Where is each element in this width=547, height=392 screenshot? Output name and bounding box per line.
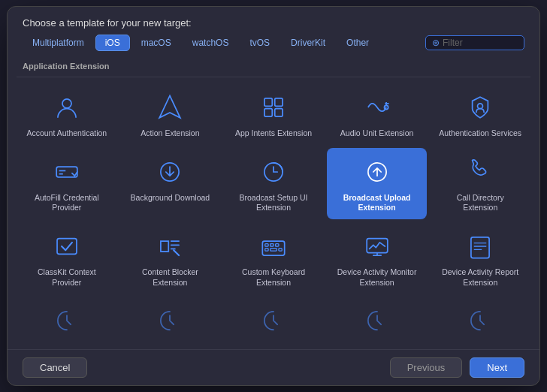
svg-rect-23 <box>270 249 277 251</box>
svg-rect-20 <box>270 243 274 246</box>
grid-item-row4-2[interactable] <box>120 297 221 348</box>
grid-item-label: App Intents Extension <box>235 128 312 139</box>
grid-item-label: Broadcast Upload Extension <box>336 193 419 213</box>
grid-item-row4-4[interactable] <box>327 297 428 348</box>
device-activity-monitor-icon <box>361 230 394 263</box>
tab-ios[interactable]: iOS <box>95 35 130 51</box>
classkit-icon <box>50 230 83 263</box>
grid-item-auth-services[interactable]: Authentication Services <box>430 83 530 145</box>
device-activity-report-icon <box>464 230 497 263</box>
grid-item-app-intents[interactable]: App Intents Extension <box>223 83 324 145</box>
account-auth-icon <box>50 91 83 124</box>
grid-item-label: Broadcast Setup UI Extension <box>232 193 315 213</box>
call-dir-icon <box>464 155 497 188</box>
grid-item-content-blocker[interactable]: Content Blocker Extension <box>120 222 221 294</box>
template-grid: Account Authentication Action Extension <box>17 80 530 349</box>
svg-rect-22 <box>265 249 268 251</box>
grid-item-label: Authentication Services <box>439 128 521 139</box>
grid-item-background-dl[interactable]: Background Download <box>120 148 221 219</box>
tab-bar: Multiplatform iOS macOS watchOS tvOS Dri… <box>8 35 539 57</box>
tab-macos[interactable]: macOS <box>131 35 181 51</box>
grid-item-row4-5[interactable] <box>430 297 530 348</box>
svg-rect-28 <box>471 237 489 258</box>
footer-right: Previous Next <box>390 357 524 378</box>
grid-item-label: AutoFill Credential Provider <box>26 193 108 213</box>
svg-point-0 <box>62 99 71 108</box>
grid-item-label: Account Authentication <box>26 128 107 139</box>
grid-item-autofill[interactable]: AutoFill Credential Provider <box>17 148 117 219</box>
svg-rect-5 <box>275 109 283 116</box>
grid-item-label: ClassKit Context Provider <box>26 267 108 288</box>
svg-rect-2 <box>264 98 272 106</box>
tab-watchos[interactable]: watchOS <box>183 35 239 51</box>
svg-point-9 <box>478 104 483 109</box>
row4-icon-2 <box>153 304 186 337</box>
filter-icon: ⊛ <box>432 38 440 48</box>
autofill-icon <box>50 155 83 188</box>
dialog-footer: Cancel Previous Next <box>8 349 539 385</box>
svg-rect-16 <box>57 239 77 255</box>
row4-icon-3 <box>257 304 290 337</box>
tab-other[interactable]: Other <box>337 35 379 51</box>
grid-item-action-ext[interactable]: Action Extension <box>120 83 221 145</box>
grid-item-label: Device Activity Monitor Extension <box>336 267 419 288</box>
content-blocker-icon <box>153 230 186 263</box>
audio-unit-icon <box>361 91 394 124</box>
svg-rect-4 <box>264 109 272 116</box>
grid-item-label: Device Activity Report Extension <box>439 267 521 288</box>
template-dialog: Choose a template for your new target: M… <box>7 6 540 386</box>
background-dl-icon <box>153 155 186 188</box>
grid-item-audio-unit[interactable]: Audio Unit Extension <box>327 83 428 145</box>
next-button[interactable]: Next <box>470 357 524 378</box>
custom-keyboard-icon <box>257 230 290 263</box>
grid-item-classkit[interactable]: ClassKit Context Provider <box>17 222 117 294</box>
grid-item-device-activity-report[interactable]: Device Activity Report Extension <box>430 222 530 294</box>
grid-item-label: Background Download <box>131 193 210 204</box>
row4-icon-1 <box>50 304 83 337</box>
grid-item-account-auth[interactable]: Account Authentication <box>17 83 117 145</box>
filter-box: ⊛ <box>425 35 524 50</box>
auth-services-icon <box>464 91 497 124</box>
svg-rect-3 <box>275 98 283 106</box>
grid-item-call-dir[interactable]: Call Directory Extension <box>430 148 530 219</box>
svg-line-17 <box>174 250 180 255</box>
grid-item-row4-3[interactable] <box>223 297 324 348</box>
filter-input[interactable] <box>443 38 518 48</box>
svg-rect-19 <box>265 243 268 246</box>
grid-item-label: Call Directory Extension <box>439 193 521 213</box>
broadcast-setup-icon <box>257 155 290 188</box>
cancel-button[interactable]: Cancel <box>23 357 87 378</box>
grid-item-label: Custom Keyboard Extension <box>232 267 315 288</box>
broadcast-upload-icon <box>361 155 394 188</box>
svg-rect-24 <box>279 249 282 251</box>
row4-icon-5 <box>464 304 497 337</box>
dialog-title: Choose a template for your new target: <box>8 7 539 35</box>
tab-tvos[interactable]: tvOS <box>240 35 280 51</box>
grid-item-label: Action Extension <box>141 128 199 139</box>
svg-rect-21 <box>276 243 279 246</box>
tab-driverkit[interactable]: DriverKit <box>281 35 335 51</box>
grid-item-row4-1[interactable] <box>17 297 117 348</box>
grid-item-broadcast-upload[interactable]: Broadcast Upload Extension <box>327 148 428 219</box>
section-label: Application Extension <box>17 57 530 77</box>
grid-item-broadcast-setup[interactable]: Broadcast Setup UI Extension <box>223 148 324 219</box>
grid-item-device-activity-monitor[interactable]: Device Activity Monitor Extension <box>327 222 428 294</box>
grid-item-label: Content Blocker Extension <box>128 267 211 288</box>
previous-button[interactable]: Previous <box>390 357 463 378</box>
app-intents-icon <box>257 91 290 124</box>
grid-item-custom-keyboard[interactable]: Custom Keyboard Extension <box>223 222 324 294</box>
tab-multiplatform[interactable]: Multiplatform <box>23 35 94 51</box>
svg-marker-1 <box>160 95 181 117</box>
action-ext-icon <box>153 91 186 124</box>
grid-item-label: Audio Unit Extension <box>340 128 413 139</box>
row4-icon-4 <box>361 304 394 337</box>
content-area: Application Extension Account Authentica… <box>8 57 539 349</box>
